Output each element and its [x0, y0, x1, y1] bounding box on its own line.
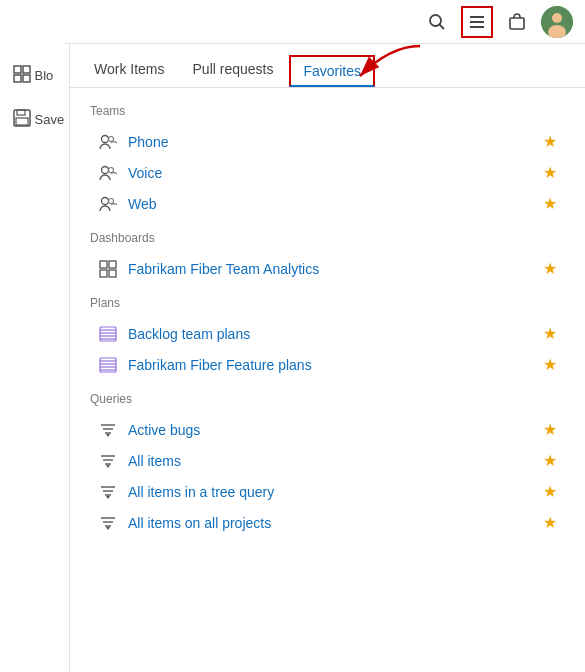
item-text: Web	[128, 196, 533, 212]
item-text: All items in a tree query	[128, 484, 533, 500]
svg-point-21	[109, 198, 114, 203]
list-item[interactable]: Fabrikam Fiber Feature plans ★	[90, 349, 565, 380]
star-icon[interactable]: ★	[543, 324, 557, 343]
list-item[interactable]: All items on all projects ★	[90, 507, 565, 538]
item-text: Backlog team plans	[128, 326, 533, 342]
query-icon	[98, 483, 118, 501]
svg-point-17	[109, 136, 114, 141]
star-icon[interactable]: ★	[543, 355, 557, 374]
svg-point-20	[102, 197, 109, 204]
star-icon[interactable]: ★	[543, 194, 557, 213]
star-icon[interactable]: ★	[543, 132, 557, 151]
svg-rect-22	[100, 261, 107, 268]
sidebar-board-label: Blo	[35, 68, 54, 83]
tab-work-items[interactable]: Work Items	[82, 53, 177, 87]
item-text: All items	[128, 453, 533, 469]
item-text: All items on all projects	[128, 515, 533, 531]
svg-rect-6	[16, 118, 28, 125]
svg-rect-12	[510, 18, 524, 29]
board-icon	[13, 65, 31, 86]
svg-point-7	[430, 15, 441, 26]
item-text: Active bugs	[128, 422, 533, 438]
svg-marker-43	[106, 465, 110, 468]
item-text: Voice	[128, 165, 533, 181]
svg-rect-24	[100, 270, 107, 277]
list-item[interactable]: Fabrikam Fiber Team Analytics ★	[90, 253, 565, 284]
dashboard-icon	[98, 260, 118, 278]
favorites-content: Teams Phone ★ V	[70, 88, 585, 554]
query-icon	[98, 514, 118, 532]
svg-rect-3	[23, 75, 30, 82]
list-item[interactable]: Active bugs ★	[90, 414, 565, 445]
list-item[interactable]: Backlog team plans ★	[90, 318, 565, 349]
svg-marker-51	[106, 527, 110, 530]
section-label-plans: Plans	[90, 296, 565, 310]
avatar[interactable]	[541, 6, 573, 38]
svg-rect-2	[14, 75, 21, 82]
section-label-teams: Teams	[90, 104, 565, 118]
teams-icon	[98, 133, 118, 151]
tab-favorites[interactable]: Favorites	[289, 55, 375, 87]
teams-icon	[98, 195, 118, 213]
star-icon[interactable]: ★	[543, 259, 557, 278]
list-item[interactable]: Voice ★	[90, 157, 565, 188]
item-text: Fabrikam Fiber Team Analytics	[128, 261, 533, 277]
section-label-queries: Queries	[90, 392, 565, 406]
bag-icon[interactable]	[501, 6, 533, 38]
svg-point-18	[102, 166, 109, 173]
tab-bar: Work Items Pull requests Favorites	[70, 44, 585, 88]
plans-icon	[98, 325, 118, 343]
sidebar-item-board[interactable]: Blo	[5, 55, 65, 95]
list-item[interactable]: All items ★	[90, 445, 565, 476]
svg-rect-0	[14, 66, 21, 73]
search-icon[interactable]	[421, 6, 453, 38]
item-text: Fabrikam Fiber Feature plans	[128, 357, 533, 373]
sidebar: Blo Save	[0, 0, 70, 672]
top-bar	[65, 0, 585, 44]
list-item[interactable]: Phone ★	[90, 126, 565, 157]
svg-line-8	[440, 24, 445, 29]
star-icon[interactable]: ★	[543, 451, 557, 470]
plans-icon	[98, 356, 118, 374]
svg-point-16	[102, 135, 109, 142]
star-icon[interactable]: ★	[543, 482, 557, 501]
tab-pull-requests[interactable]: Pull requests	[181, 53, 286, 87]
svg-point-14	[552, 13, 562, 23]
section-label-dashboards: Dashboards	[90, 231, 565, 245]
save-icon	[13, 109, 31, 130]
svg-marker-47	[106, 496, 110, 499]
list-item[interactable]: Web ★	[90, 188, 565, 219]
query-icon	[98, 421, 118, 439]
svg-point-19	[109, 167, 114, 172]
menu-icon[interactable]	[461, 6, 493, 38]
teams-icon	[98, 164, 118, 182]
main-panel: Work Items Pull requests Favorites Teams…	[70, 44, 585, 672]
star-icon[interactable]: ★	[543, 163, 557, 182]
svg-marker-39	[106, 434, 110, 437]
svg-rect-25	[109, 270, 116, 277]
star-icon[interactable]: ★	[543, 420, 557, 439]
svg-rect-1	[23, 66, 30, 73]
item-text: Phone	[128, 134, 533, 150]
sidebar-item-save[interactable]: Save	[5, 99, 65, 139]
query-icon	[98, 452, 118, 470]
svg-rect-23	[109, 261, 116, 268]
list-item[interactable]: All items in a tree query ★	[90, 476, 565, 507]
sidebar-save-label: Save	[35, 112, 65, 127]
star-icon[interactable]: ★	[543, 513, 557, 532]
